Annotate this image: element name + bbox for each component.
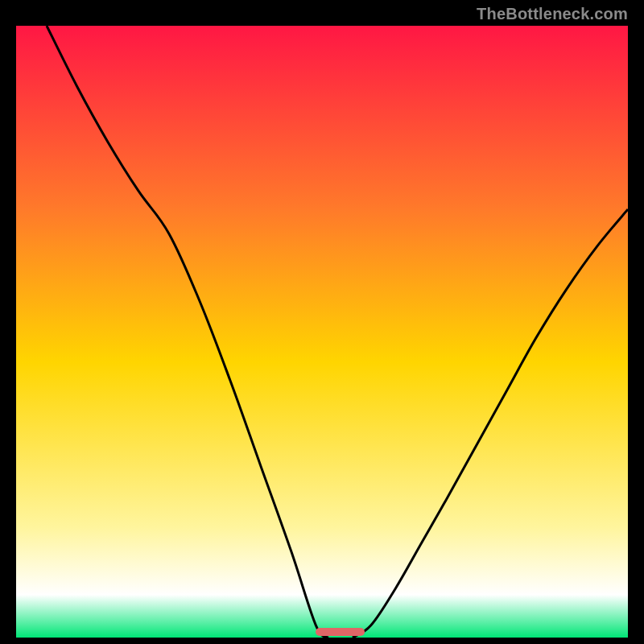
optimal-marker <box>316 628 365 636</box>
watermark-text: TheBottleneck.com <box>477 5 628 23</box>
chart-frame <box>16 26 628 638</box>
chart-svg <box>16 26 628 638</box>
gradient-background <box>16 26 628 638</box>
